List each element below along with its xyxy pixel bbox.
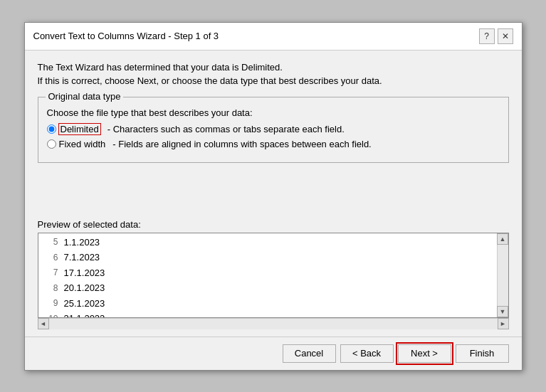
dialog: Convert Text to Columns Wizard - Step 1 … [24, 22, 523, 371]
fixed-width-row: Fixed width - Fields are aligned in colu… [47, 139, 500, 149]
original-data-type-group: Original data type Choose the file type … [38, 97, 509, 163]
row-value: 25.1.2023 [64, 297, 105, 311]
preview-row: 67.1.2023 [38, 250, 497, 265]
finish-button[interactable]: Finish [456, 344, 509, 363]
preview-row: 820.1.2023 [38, 280, 497, 296]
group-content: Choose the file type that best describes… [47, 107, 500, 149]
scroll-track-v [498, 245, 508, 306]
row-number: 6 [41, 251, 58, 264]
row-number: 7 [41, 266, 58, 279]
row-value: 1.1.2023 [64, 235, 100, 250]
preview-row: 717.1.2023 [38, 265, 497, 281]
vertical-scrollbar: ▲ ▼ [497, 233, 508, 317]
preview-row: 925.1.2023 [38, 296, 497, 312]
scroll-right-button[interactable]: ► [498, 318, 509, 329]
next-button[interactable]: Next > [398, 344, 451, 363]
preview-row: 1031.1.2023 [38, 311, 497, 317]
preview-label: Preview of selected data: [38, 219, 509, 230]
row-value: 7.1.2023 [64, 250, 100, 265]
row-value: 17.1.2023 [64, 266, 105, 280]
row-number: 5 [41, 235, 58, 248]
title-bar: Convert Text to Columns Wizard - Step 1 … [25, 23, 522, 51]
scroll-track-h [49, 319, 498, 329]
back-button[interactable]: < Back [340, 344, 394, 363]
close-button[interactable]: ✕ [498, 28, 513, 44]
horizontal-scrollbar: ◄ ► [38, 318, 509, 329]
delimited-radio[interactable] [47, 125, 56, 134]
intro-line2: If this is correct, choose Next, or choo… [38, 74, 509, 88]
title-bar-controls: ? ✕ [479, 28, 513, 44]
dialog-title: Convert Text to Columns Wizard - Step 1 … [33, 31, 219, 41]
fixed-width-text: Fixed width [59, 139, 106, 149]
dialog-footer: Cancel < Back Next > Finish [25, 337, 522, 370]
intro-line1: The Text Wizard has determined that your… [38, 60, 509, 75]
delimited-label[interactable]: Delimited [47, 124, 100, 134]
scroll-up-button[interactable]: ▲ [497, 233, 508, 245]
scroll-left-button[interactable]: ◄ [38, 318, 49, 329]
delimited-description: - Characters such as commas or tabs sepa… [107, 124, 345, 134]
help-button[interactable]: ? [479, 28, 495, 44]
preview-content[interactable]: 51.1.202367.1.2023717.1.2023820.1.202392… [38, 233, 497, 317]
group-sub-label: Choose the file type that best describes… [47, 107, 500, 118]
row-number: 10 [41, 312, 58, 317]
preview-row: 51.1.2023 [38, 235, 497, 250]
intro-text: The Text Wizard has determined that your… [38, 60, 509, 88]
row-value: 20.1.2023 [64, 281, 105, 295]
dialog-body: The Text Wizard has determined that your… [25, 51, 522, 337]
preview-section: Preview of selected data: 51.1.202367.1.… [38, 219, 509, 329]
fixed-width-description: - Fields are aligned in columns with spa… [112, 139, 371, 149]
delimited-row: Delimited - Characters such as commas or… [47, 124, 500, 134]
row-value: 31.1.2023 [64, 312, 105, 317]
delimited-text: Delimited [59, 124, 100, 134]
row-number: 9 [41, 297, 58, 309]
scroll-down-button[interactable]: ▼ [497, 306, 508, 317]
cancel-button[interactable]: Cancel [283, 344, 336, 363]
group-label: Original data type [46, 91, 124, 102]
fixed-width-label[interactable]: Fixed width [47, 139, 106, 149]
fixed-width-radio[interactable] [47, 139, 56, 149]
row-number: 8 [41, 282, 58, 295]
preview-container: 51.1.202367.1.2023717.1.2023820.1.202392… [38, 233, 509, 318]
spacer [38, 169, 509, 211]
